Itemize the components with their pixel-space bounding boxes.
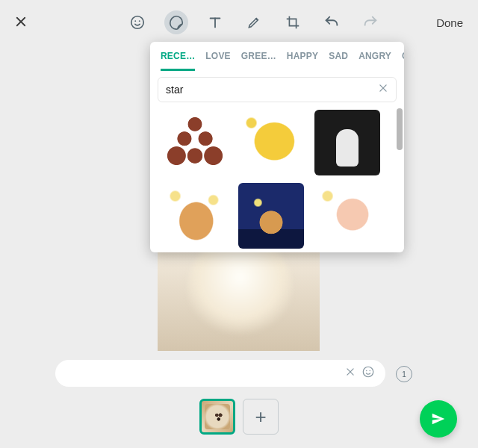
tab-celebrate[interactable]: CELE…: [402, 51, 404, 71]
sticker-tool-button[interactable]: [164, 10, 188, 34]
emoji-icon: [129, 14, 146, 31]
sticker-result[interactable]: [162, 110, 228, 175]
sticker-result[interactable]: [162, 183, 228, 249]
hd-quality-button[interactable]: 1: [396, 366, 412, 382]
svg-point-2: [131, 16, 144, 29]
editor-toolbar: [125, 10, 382, 34]
redo-button: [358, 10, 382, 34]
attachment-thumb[interactable]: [199, 399, 235, 435]
svg-point-3: [134, 20, 136, 22]
undo-button[interactable]: [320, 10, 344, 34]
svg-point-11: [363, 367, 373, 377]
tab-love[interactable]: LOVE: [205, 51, 230, 71]
tab-sad[interactable]: SAD: [329, 51, 348, 71]
sticker-result[interactable]: [314, 183, 380, 249]
tab-happy[interactable]: HAPPY: [287, 51, 318, 71]
close-icon: [378, 83, 388, 93]
crop-tool-button[interactable]: [281, 10, 305, 34]
done-button[interactable]: Done: [436, 16, 463, 29]
sticker-search-input[interactable]: [166, 84, 378, 96]
draw-tool-icon: [246, 15, 261, 30]
sticker-results-grid: [150, 107, 404, 252]
send-icon: [430, 411, 447, 427]
caption-bar: [55, 360, 385, 387]
add-attachment-button[interactable]: +: [243, 399, 279, 435]
undo-icon: [323, 14, 340, 31]
svg-point-12: [366, 370, 367, 372]
clear-search-button[interactable]: [378, 83, 388, 96]
sticker-search-row: [158, 77, 397, 102]
sticker-panel: RECE… LOVE GREE… HAPPY SAD ANGRY CELE…: [150, 42, 404, 252]
tab-greetings[interactable]: GREE…: [241, 51, 276, 71]
text-tool-button[interactable]: [203, 10, 227, 34]
close-icon: [14, 15, 28, 28]
caption-input[interactable]: [66, 367, 345, 379]
sticker-icon: [168, 14, 184, 31]
crop-tool-icon: [285, 14, 301, 31]
sticker-result[interactable]: [238, 110, 304, 175]
caption-emoji-button[interactable]: [361, 365, 375, 382]
close-icon: [345, 367, 356, 377]
sticker-result[interactable]: [314, 110, 380, 175]
sticker-scrollbar[interactable]: [397, 108, 403, 150]
attachment-thumbnails: +: [0, 399, 478, 435]
send-button[interactable]: [420, 400, 457, 438]
close-button[interactable]: [13, 14, 28, 29]
tab-recent[interactable]: RECE…: [161, 51, 195, 71]
redo-icon: [362, 14, 379, 31]
caption-clear-button[interactable]: [345, 367, 356, 380]
text-tool-icon: [207, 14, 223, 31]
emoji-tool-button[interactable]: [125, 10, 149, 34]
emoji-icon: [361, 365, 375, 379]
svg-point-4: [139, 20, 140, 22]
tab-angry[interactable]: ANGRY: [358, 51, 391, 71]
sticker-result[interactable]: [238, 183, 304, 249]
draw-tool-button[interactable]: [242, 10, 266, 34]
sticker-category-tabs: RECE… LOVE GREE… HAPPY SAD ANGRY CELE…: [150, 42, 404, 71]
svg-point-13: [370, 370, 371, 372]
